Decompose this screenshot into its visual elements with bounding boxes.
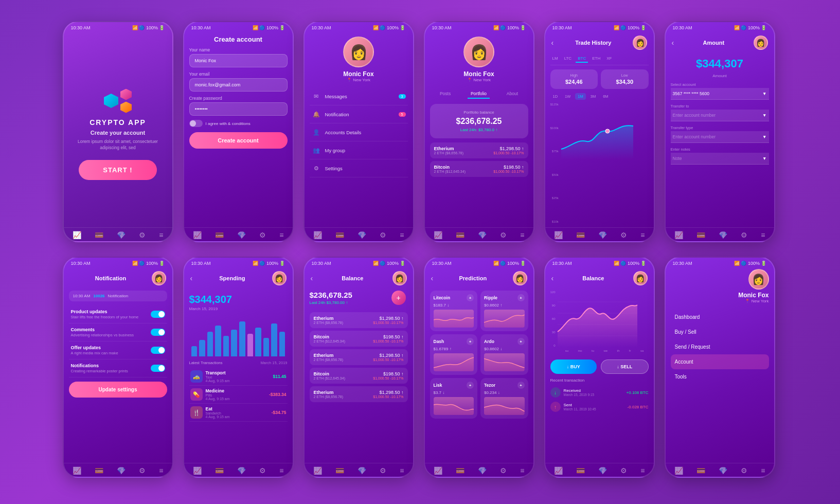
menu-dashboard[interactable]: Dashboard [671, 310, 769, 325]
coin-tab-btc[interactable]: BTC [576, 55, 588, 63]
nav-diamond-2[interactable]: 💎 [237, 231, 246, 239]
nav-menu-6[interactable]: ≡ [761, 231, 765, 239]
sell-button[interactable]: ↓ SELL [601, 359, 649, 374]
nav-menu-2[interactable]: ≡ [279, 231, 283, 239]
nav-diamond-3[interactable]: 💎 [358, 231, 366, 239]
tab-portfolio[interactable]: Portfolio [468, 89, 490, 99]
nav-chart-3[interactable]: 📈 [313, 231, 322, 239]
add-fab[interactable]: + [391, 291, 406, 305]
nav-diamond-8[interactable]: 💎 [237, 466, 246, 475]
nav-settings-4[interactable]: ⚙ [500, 231, 507, 239]
nav-card-4[interactable]: 💳 [456, 231, 464, 239]
toggle-notifications[interactable] [151, 365, 165, 372]
back-button-8[interactable]: ‹ [190, 274, 193, 282]
nav-settings-icon[interactable]: ⚙ [139, 231, 146, 239]
toggle-product-updates[interactable] [151, 311, 165, 318]
menu-send-request[interactable]: Send / Request [671, 339, 769, 354]
menu-account[interactable]: Account [671, 354, 769, 369]
nav-settings-10[interactable]: ⚙ [500, 466, 507, 475]
back-button-9[interactable]: ‹ [311, 274, 313, 282]
update-settings-button[interactable]: Update settings [69, 382, 167, 398]
menu-messages[interactable]: ✉ Messages 3 [310, 87, 408, 105]
menu-tools[interactable]: Tools [671, 369, 769, 384]
coin-tab-eth[interactable]: ETH [590, 55, 602, 63]
back-button-6[interactable]: ‹ [672, 39, 674, 47]
nav-card-7[interactable]: 💳 [95, 466, 103, 475]
nav-settings-5[interactable]: ⚙ [620, 231, 627, 239]
nav-menu-10[interactable]: ≡ [520, 466, 524, 475]
select-account-value[interactable]: 3567 **** **** 5600 ▼ [671, 88, 769, 100]
nav-settings-3[interactable]: ⚙ [380, 231, 386, 239]
nav-diamond-9[interactable]: 💎 [358, 466, 366, 475]
nav-settings-2[interactable]: ⚙ [259, 231, 266, 239]
nav-chart-9[interactable]: 📈 [313, 466, 322, 475]
nav-menu-9[interactable]: ≡ [400, 466, 404, 475]
nav-chart-4[interactable]: 📈 [434, 231, 442, 239]
email-input[interactable] [189, 78, 288, 92]
menu-settings[interactable]: ⚙ Settings [310, 159, 408, 177]
coin-tab-ltc[interactable]: LTC [562, 55, 574, 63]
nav-card-3[interactable]: 💳 [335, 231, 344, 239]
nav-menu-3[interactable]: ≡ [400, 231, 404, 239]
start-button[interactable]: START ! [79, 160, 157, 180]
nav-chart-2[interactable]: 📈 [193, 231, 202, 239]
nav-chart-11[interactable]: 📈 [554, 466, 563, 475]
toggle-offer-updates[interactable] [151, 347, 165, 354]
menu-accounts[interactable]: 👤 Accounts Details [310, 123, 408, 141]
nav-chart-10[interactable]: 📈 [434, 466, 442, 475]
nav-chart-12[interactable]: 📈 [674, 466, 683, 475]
agree-toggle[interactable] [189, 120, 203, 127]
nav-card-9[interactable]: 💳 [335, 466, 344, 475]
nav-diamond-6[interactable]: 💎 [719, 231, 727, 239]
toggle-comments[interactable] [151, 329, 165, 336]
create-account-button[interactable]: Create account [189, 132, 288, 149]
nav-card-12[interactable]: 💳 [696, 466, 705, 475]
nav-settings-8[interactable]: ⚙ [259, 466, 266, 475]
nav-menu-12[interactable]: ≡ [761, 466, 765, 475]
tab-posts[interactable]: Posts [437, 89, 454, 99]
name-input[interactable] [189, 54, 288, 67]
back-button-5[interactable]: ‹ [551, 39, 554, 47]
nav-diamond-10[interactable]: 💎 [478, 466, 487, 475]
time-1m[interactable]: 1M [575, 93, 585, 100]
transfer-to-value[interactable]: Enter account number ▼ [671, 110, 769, 121]
back-button-10[interactable]: ‹ [431, 274, 434, 282]
buy-button[interactable]: ↓ BUY [550, 359, 597, 374]
nav-diamond-11[interactable]: 💎 [598, 466, 607, 475]
coin-tab-xf[interactable]: XF [604, 55, 614, 63]
transfer-type-value[interactable]: Enter account number ▼ [671, 131, 769, 143]
nav-diamond-4[interactable]: 💎 [478, 231, 487, 239]
nav-menu-4[interactable]: ≡ [520, 231, 524, 239]
nav-chart-6[interactable]: 📈 [674, 231, 683, 239]
nav-settings-9[interactable]: ⚙ [380, 466, 386, 475]
nav-menu-11[interactable]: ≡ [640, 466, 645, 475]
nav-menu-7[interactable]: ≡ [159, 466, 163, 475]
nav-card-8[interactable]: 💳 [215, 466, 224, 475]
nav-card-2[interactable]: 💳 [215, 231, 224, 239]
time-6m[interactable]: 6M [600, 93, 611, 100]
nav-chart-8[interactable]: 📈 [193, 466, 202, 475]
tab-about[interactable]: About [504, 89, 521, 99]
menu-buy-sell[interactable]: Buy / Sell [671, 325, 769, 339]
nav-settings-11[interactable]: ⚙ [620, 466, 627, 475]
nav-card-11[interactable]: 💳 [576, 466, 585, 475]
nav-settings-7[interactable]: ⚙ [139, 466, 146, 475]
nav-card-icon[interactable]: 💳 [95, 231, 103, 239]
nav-menu-8[interactable]: ≡ [279, 466, 283, 475]
coin-tab-lm[interactable]: LM [550, 55, 560, 63]
nav-settings-6[interactable]: ⚙ [741, 231, 747, 239]
nav-menu-5[interactable]: ≡ [640, 231, 645, 239]
nav-chart-5[interactable]: 📈 [554, 231, 563, 239]
nav-chart-7[interactable]: 📈 [73, 466, 81, 475]
nav-card-5[interactable]: 💳 [576, 231, 585, 239]
menu-group[interactable]: 👥 My group [310, 141, 408, 159]
time-1d[interactable]: 1D [550, 93, 561, 100]
time-1w[interactable]: 1W [562, 93, 573, 100]
nav-diamond-12[interactable]: 💎 [719, 466, 727, 475]
pass-input[interactable] [189, 102, 288, 116]
nav-diamond-5[interactable]: 💎 [598, 231, 607, 239]
time-3m[interactable]: 3M [588, 93, 598, 100]
nav-card-10[interactable]: 💳 [456, 466, 464, 475]
nav-card-6[interactable]: 💳 [696, 231, 705, 239]
nav-menu-icon[interactable]: ≡ [159, 231, 163, 239]
